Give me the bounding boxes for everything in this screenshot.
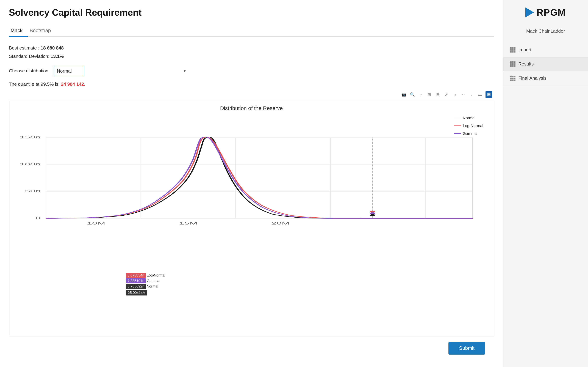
chart-title: Distribution of the Reserve	[14, 105, 489, 111]
logo-text: RPGM	[537, 7, 566, 18]
svg-text:100n: 100n	[20, 162, 41, 166]
stats-panel: Best estimate : 18 680 848 Standard Devi…	[9, 44, 494, 60]
sidebar-subtitle: Mack ChainLadder	[526, 28, 565, 34]
legend-lognormal: Log-Normal	[454, 122, 483, 130]
svg-text:15M: 15M	[179, 221, 197, 225]
legend-line-gamma	[454, 133, 461, 134]
legend-normal: Normal	[454, 114, 483, 122]
vline-icon[interactable]: ↕	[468, 91, 475, 98]
submit-button[interactable]: Submit	[448, 342, 485, 355]
zoom-out-icon[interactable]: ⊟	[435, 91, 441, 98]
logo-icon	[525, 8, 534, 17]
tooltip-dot-gamma	[370, 212, 375, 214]
chart-container: Distribution of the Reserve Normal Log-N…	[9, 100, 494, 336]
std-dev-row: Standard Deviation: 13.1%	[9, 52, 494, 60]
chart-toolbar: 📷 🔍 ＋ ⊞ ⊟ ⤢ ⌂ ↔ ↕ ▬ ▦	[9, 91, 494, 98]
sidebar-item-final-analysis[interactable]: Final Analysis	[503, 71, 588, 85]
home-icon[interactable]: ⌂	[451, 91, 458, 98]
sidebar-item-results[interactable]: Results	[503, 57, 588, 71]
tooltip-row-gamma: 7.885191n Gamma	[126, 278, 165, 284]
spike-icon[interactable]: ▬	[477, 91, 484, 98]
tooltip-value-lognormal: 8.678854n	[126, 273, 146, 278]
submit-area: Submit	[9, 336, 494, 360]
plus-icon[interactable]: ＋	[417, 91, 424, 98]
page-title: Solvency Capital Requirement	[9, 7, 494, 18]
svg-text:50n: 50n	[25, 189, 40, 193]
sidebar-nav: Import Results Final Analysis	[503, 43, 588, 85]
chart-tooltip: 8.678854n Log-Normal 7.885191n Gamma 5.7…	[126, 273, 165, 295]
best-estimate-row: Best estimate : 18 680 848	[9, 44, 494, 52]
tab-bootstrap[interactable]: Bootstrap	[28, 25, 56, 37]
sidebar-logo: RPGM	[525, 7, 566, 18]
legend-gamma: Gamma	[454, 130, 483, 138]
quantile-text: The quantile at 99.5% is: 24 984 142.	[9, 82, 494, 87]
tab-mack[interactable]: Mack	[9, 25, 28, 37]
sidebar-item-import[interactable]: Import	[503, 43, 588, 57]
main-content: Solvency Capital Requirement Mack Bootst…	[0, 0, 503, 367]
autoscale-icon[interactable]: ⤢	[443, 91, 450, 98]
chart-legend: Normal Log-Normal Gamma	[454, 114, 483, 138]
svg-text:150n: 150n	[20, 135, 41, 139]
lognormal-curve	[46, 137, 473, 218]
zoom-icon[interactable]: 🔍	[409, 91, 416, 98]
bar-chart-icon[interactable]: ▦	[485, 91, 492, 98]
tooltip-row-lognormal: 8.678854n Log-Normal	[126, 273, 165, 278]
svg-text:0: 0	[35, 216, 41, 220]
tooltip-dot-normal	[370, 214, 375, 216]
distribution-select[interactable]: Normal Log-Normal Gamma	[54, 66, 84, 76]
svg-text:10M: 10M	[87, 221, 105, 225]
normal-curve	[46, 137, 473, 218]
tabs-container: Mack Bootstrap	[9, 25, 494, 37]
gamma-curve	[46, 137, 473, 218]
camera-icon[interactable]: 📷	[400, 91, 407, 98]
chart-svg: 0 50n 100n 150n 10M 15M 20M	[14, 115, 489, 239]
final-grid-icon	[510, 75, 516, 81]
tooltip-x-value: 25.00414M	[126, 289, 165, 295]
tooltip-value-normal: 5.785692n	[126, 284, 146, 289]
distribution-label: Choose distribution	[9, 68, 48, 74]
results-grid-icon	[510, 61, 516, 67]
svg-text:20M: 20M	[271, 221, 290, 225]
legend-line-lognormal	[454, 125, 461, 126]
distribution-select-wrapper: Normal Log-Normal Gamma	[54, 66, 188, 76]
hline-icon[interactable]: ↔	[460, 91, 467, 98]
tooltip-value-gamma: 7.885191n	[126, 278, 146, 284]
distribution-row: Choose distribution Normal Log-Normal Ga…	[9, 66, 494, 76]
legend-line-normal	[454, 118, 461, 118]
tooltip-row-normal: 5.785692n Normal	[126, 284, 165, 289]
zoom-in-icon[interactable]: ⊞	[426, 91, 433, 98]
sidebar: RPGM Mack ChainLadder Import Results	[503, 0, 588, 367]
import-grid-icon	[510, 47, 516, 52]
